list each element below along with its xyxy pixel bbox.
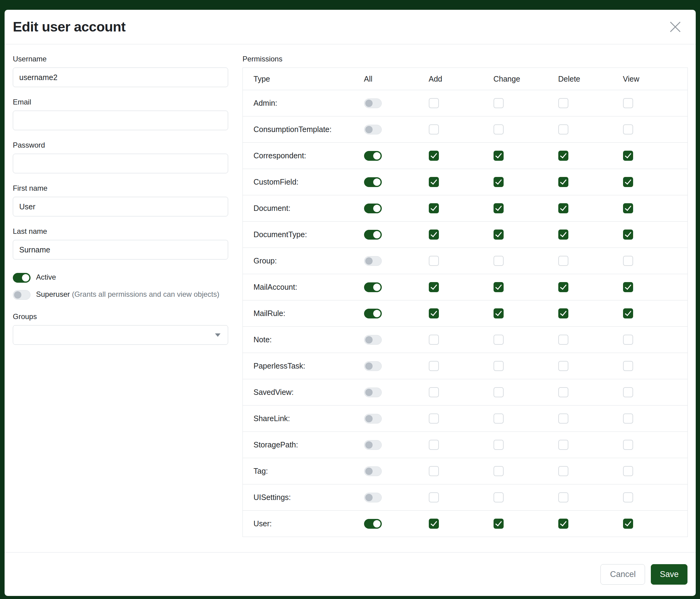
delete-checkbox[interactable] [558,519,568,529]
change-checkbox[interactable] [494,98,504,108]
cancel-button[interactable]: Cancel [600,564,645,585]
view-checkbox[interactable] [623,361,633,371]
delete-checkbox[interactable] [558,466,568,476]
add-checkbox[interactable] [429,203,439,213]
view-checkbox[interactable] [623,519,633,529]
all-toggle[interactable] [364,282,382,292]
add-checkbox[interactable] [429,98,439,108]
change-checkbox[interactable] [494,151,504,161]
view-checkbox[interactable] [623,492,633,502]
change-checkbox[interactable] [494,413,504,424]
active-toggle[interactable] [13,273,30,283]
delete-checkbox[interactable] [558,387,568,397]
all-toggle[interactable] [364,361,382,371]
all-toggle[interactable] [364,309,382,318]
add-checkbox[interactable] [429,492,439,502]
view-checkbox[interactable] [623,466,633,476]
add-checkbox[interactable] [429,124,439,135]
view-checkbox[interactable] [623,177,633,187]
all-toggle[interactable] [364,493,382,502]
add-checkbox[interactable] [429,256,439,266]
email-label: Email [13,97,228,107]
add-checkbox[interactable] [429,519,439,529]
view-checkbox[interactable] [623,440,633,450]
change-checkbox[interactable] [494,519,504,529]
change-checkbox[interactable] [494,230,504,240]
all-toggle[interactable] [364,466,382,476]
view-checkbox[interactable] [623,256,633,266]
all-toggle[interactable] [364,125,382,135]
delete-checkbox[interactable] [558,492,568,502]
change-checkbox[interactable] [494,124,504,135]
add-checkbox[interactable] [429,466,439,476]
all-toggle[interactable] [364,387,382,397]
add-checkbox[interactable] [429,361,439,371]
add-checkbox[interactable] [429,282,439,292]
add-checkbox[interactable] [429,230,439,240]
change-checkbox[interactable] [494,203,504,213]
all-toggle[interactable] [364,230,382,240]
change-checkbox[interactable] [494,335,504,345]
change-checkbox[interactable] [494,466,504,476]
delete-checkbox[interactable] [558,124,568,135]
column-header-view: View [623,68,688,90]
view-checkbox[interactable] [623,413,633,424]
all-toggle[interactable] [364,519,382,529]
superuser-toggle[interactable] [13,290,30,300]
change-checkbox[interactable] [494,387,504,397]
change-checkbox[interactable] [494,177,504,187]
delete-checkbox[interactable] [558,308,568,318]
change-checkbox[interactable] [494,361,504,371]
permission-type: StoragePath: [243,432,364,458]
all-toggle[interactable] [364,440,382,450]
change-checkbox[interactable] [494,256,504,266]
view-checkbox[interactable] [623,230,633,240]
add-checkbox[interactable] [429,413,439,424]
delete-checkbox[interactable] [558,256,568,266]
delete-checkbox[interactable] [558,413,568,424]
view-checkbox[interactable] [623,151,633,161]
save-button[interactable]: Save [651,564,688,585]
password-input[interactable] [13,154,228,173]
change-checkbox[interactable] [494,492,504,502]
first-name-input[interactable] [13,197,228,216]
delete-checkbox[interactable] [558,177,568,187]
view-checkbox[interactable] [623,387,633,397]
all-toggle[interactable] [364,335,382,345]
all-toggle[interactable] [364,256,382,266]
all-toggle[interactable] [364,414,382,424]
delete-checkbox[interactable] [558,282,568,292]
add-checkbox[interactable] [429,177,439,187]
delete-checkbox[interactable] [558,98,568,108]
view-checkbox[interactable] [623,203,633,213]
add-checkbox[interactable] [429,308,439,318]
close-button[interactable] [667,18,684,36]
superuser-switch-row: Superuser (Grants all permissions and ca… [13,289,228,300]
all-toggle[interactable] [364,151,382,161]
last-name-input[interactable] [13,240,228,260]
change-checkbox[interactable] [494,282,504,292]
view-checkbox[interactable] [623,308,633,318]
delete-checkbox[interactable] [558,203,568,213]
all-toggle[interactable] [364,203,382,213]
all-toggle[interactable] [364,177,382,187]
delete-checkbox[interactable] [558,361,568,371]
change-checkbox[interactable] [494,308,504,318]
add-checkbox[interactable] [429,151,439,161]
add-checkbox[interactable] [429,440,439,450]
all-toggle[interactable] [364,98,382,108]
add-checkbox[interactable] [429,387,439,397]
delete-checkbox[interactable] [558,151,568,161]
username-input[interactable] [13,68,228,87]
view-checkbox[interactable] [623,124,633,135]
view-checkbox[interactable] [623,282,633,292]
delete-checkbox[interactable] [558,440,568,450]
view-checkbox[interactable] [623,335,633,345]
groups-select[interactable] [13,325,228,345]
delete-checkbox[interactable] [558,230,568,240]
add-checkbox[interactable] [429,335,439,345]
email-input[interactable] [13,111,228,130]
view-checkbox[interactable] [623,98,633,108]
delete-checkbox[interactable] [558,335,568,345]
change-checkbox[interactable] [494,440,504,450]
